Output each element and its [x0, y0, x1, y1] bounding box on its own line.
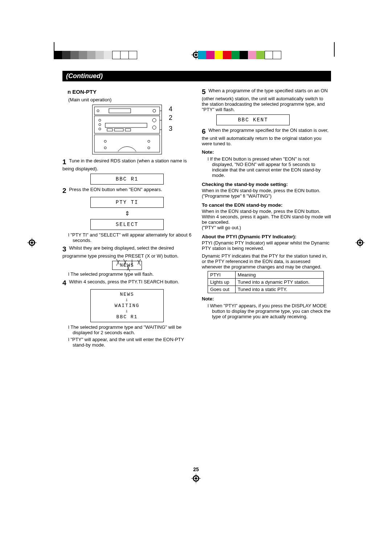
lcd-line: WAITING: [91, 303, 163, 308]
step-text: When a programme of the type specified s…: [202, 88, 328, 112]
heading-text: EON-PTY: [72, 89, 97, 95]
step-text: Tune in the desired RDS station (when a …: [62, 158, 187, 171]
callout-2: 2: [169, 114, 172, 122]
cancel-eon-text2: ("PTY" will go out.): [202, 225, 331, 230]
step-3: 3 Whilst they are being displayed, selec…: [62, 245, 192, 259]
table-row: Goes out Tuned into a static PTY.: [208, 286, 324, 293]
svg-rect-29: [94, 135, 160, 152]
lcd-line: BBC R1: [91, 314, 163, 320]
note-step4a: The selected programme type and "WAITING…: [68, 324, 192, 335]
table-header: Meaning: [235, 271, 323, 279]
page-number: 25: [193, 466, 199, 472]
step-number: 2: [62, 187, 66, 194]
table-cell: Tuned into a static PTY.: [235, 286, 323, 293]
svg-point-4: [195, 54, 197, 56]
step-1: 1 Tune in the desired RDS station (when …: [62, 158, 192, 171]
svg-point-22: [99, 128, 101, 130]
callout-4: 4: [169, 105, 172, 113]
note-step2: "PTY TI" and "SELECT" will appear altern…: [68, 232, 192, 243]
svg-point-20: [99, 119, 101, 121]
lcd-bbc-kent: BBC KENT: [216, 114, 290, 125]
cancel-eon-text: When in the EON stand-by mode, press the…: [202, 209, 331, 225]
svg-point-17: [97, 110, 99, 112]
ptyi-text2: Dynamic PTY indicates that the PTY for t…: [202, 253, 331, 270]
table-header: PTYI: [208, 271, 236, 279]
check-standby-heading: Checking the stand-by mode setting:: [202, 182, 331, 187]
main-unit-label: (Main unit operation): [68, 97, 192, 102]
svg-rect-25: [114, 129, 123, 131]
right-column: 5 When a programme of the type specified…: [202, 86, 331, 349]
registration-mark-left: [27, 238, 37, 247]
svg-point-14: [359, 242, 361, 244]
step-4: 4 Within 4 seconds, press the PTY.TI SEA…: [62, 279, 192, 287]
note-label-1: Note:: [202, 149, 331, 155]
lcd-news-flash: ╲ ╲ │ ╱ ╱ NEWS ╱ ╱ │ ╲ ╲: [112, 261, 142, 270]
ptyi-heading: About the PTYI (Dynamic PTY Indicator):: [202, 234, 331, 239]
svg-rect-26: [125, 129, 131, 131]
lcd-sequence: NEWS ⇩ WAITING ⇩ BBC R1: [90, 289, 164, 322]
grayscale-color-bar: [54, 51, 137, 59]
step-number: 5: [202, 88, 206, 96]
lcd-pty-ti: PTY TI: [90, 197, 164, 208]
table-row: Lights up Tuned into a dynamic PTY stati…: [208, 279, 324, 286]
table-cell: Goes out: [208, 286, 236, 293]
step-number: 4: [62, 279, 66, 287]
svg-point-21: [99, 124, 101, 126]
down-arrow-icon: ⇩: [91, 297, 163, 303]
ptyi-table: PTYI Meaning Lights up Tuned into a dyna…: [208, 271, 324, 293]
cmyk-color-bar: [198, 51, 281, 59]
ptyi-text1: PTYI (Dynamic PTY Indicator) will appear…: [202, 240, 331, 251]
lcd-line: NEWS: [91, 292, 163, 297]
table-cell: Lights up: [208, 279, 236, 286]
svg-rect-16: [109, 109, 131, 113]
note-label-2: Note:: [202, 296, 331, 302]
updown-arrow-icon: ⇕: [62, 210, 192, 217]
table-row: PTYI Meaning: [208, 271, 324, 279]
svg-point-27: [152, 118, 156, 122]
svg-point-18: [153, 109, 156, 112]
down-arrow-icon: ⇩: [91, 308, 163, 314]
svg-point-41: [195, 477, 197, 480]
continued-header: (Continued): [62, 71, 331, 81]
left-column: n EON-PTY (Main unit operation): [62, 86, 192, 349]
registration-mark-right: [355, 238, 365, 247]
svg-rect-24: [107, 129, 113, 131]
cancel-eon-heading: To cancel the EON stand-by mode:: [202, 202, 331, 208]
check-standby-text: When in the EON stand-by mode, press the…: [202, 188, 331, 193]
svg-point-9: [31, 242, 33, 244]
table-cell: Tuned into a dynamic PTY station.: [235, 279, 323, 286]
note-2-text: When "PTYI" appears, if you press the DI…: [208, 303, 331, 319]
step-text: Whilst they are being displayed, select …: [62, 245, 179, 259]
svg-point-33: [148, 147, 150, 149]
svg-point-28: [152, 126, 156, 129]
step-text: Within 4 seconds, press the PTY.TI SEARC…: [69, 279, 179, 284]
step-text: When the programme specified for the ON …: [202, 128, 328, 146]
callout-3: 3: [169, 125, 172, 133]
svg-point-30: [104, 140, 106, 142]
step-5: 5 When a programme of the type specified…: [202, 88, 331, 112]
step-2: 2 Press the EON button when "EON" appear…: [62, 187, 192, 195]
step-number: 1: [62, 158, 66, 166]
note-step4b: "PTY" will appear, and the unit will ent…: [68, 337, 192, 348]
note-1-text: If the EON button is pressed when "EON" …: [208, 156, 331, 178]
svg-rect-15: [94, 107, 160, 115]
registration-mark-bottom: [191, 474, 201, 483]
svg-rect-19: [94, 116, 160, 133]
step-number: 3: [62, 245, 66, 253]
check-standby-text2: ("Programme type" fi "WAITING"): [202, 193, 331, 199]
lcd-select: SELECT: [90, 219, 164, 230]
bullet-marker: n: [68, 89, 71, 95]
main-unit-diagram: [92, 105, 162, 154]
eon-pty-heading: n EON-PTY: [68, 89, 192, 95]
step-text: Press the EON button when "EON" appears.: [69, 187, 162, 192]
step-6: 6 When the programme specified for the O…: [202, 128, 331, 146]
svg-point-31: [104, 147, 106, 149]
step-number: 6: [202, 128, 206, 135]
lcd-bbc-r1: BBC R1: [90, 174, 164, 185]
svg-point-32: [148, 140, 150, 142]
note-step3: The selected programme type will flash.: [68, 271, 192, 277]
svg-rect-23: [105, 123, 147, 128]
